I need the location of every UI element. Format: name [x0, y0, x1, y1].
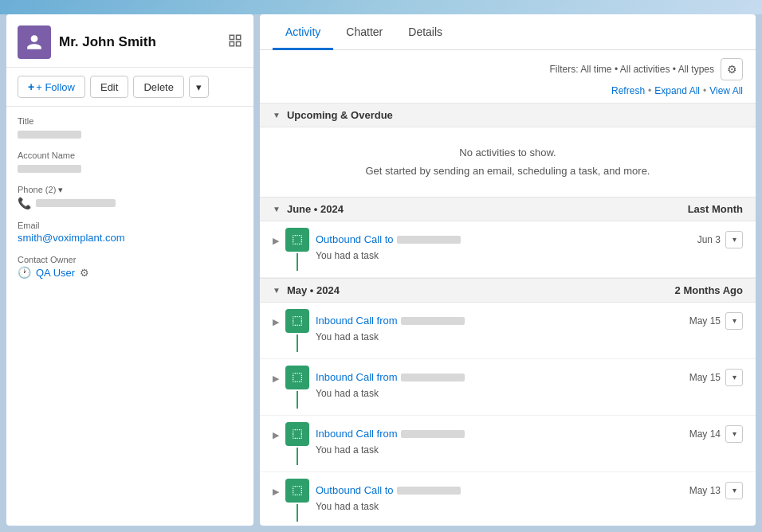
- account-name-label: Account Name: [18, 151, 242, 160]
- edit-button[interactable]: Edit: [90, 76, 128, 98]
- activity-title-may-4[interactable]: Outbound Call to: [316, 484, 461, 496]
- title-label: Title: [18, 116, 242, 126]
- email-value[interactable]: smith@voximplant.com: [18, 232, 125, 244]
- activity-icon: [285, 228, 309, 252]
- owner-settings-icon[interactable]: ⚙: [80, 267, 89, 279]
- filters-gear-button[interactable]: ⚙: [721, 58, 743, 80]
- activity-date-may-4: May 13: [689, 485, 721, 496]
- activity-dropdown-may-3[interactable]: ▾: [725, 425, 743, 443]
- owner-row: 🕐 QA User ⚙: [18, 266, 242, 279]
- activity-icon-wrap-may1: [285, 309, 309, 352]
- activity-date-may-2: May 15: [689, 372, 721, 383]
- title-value-redacted: [18, 131, 81, 139]
- section-june: ▼ June • 2024 Last Month: [260, 197, 756, 221]
- email-field: Email smith@voximplant.com: [18, 221, 242, 244]
- left-panel: Mr. John Smith + + Follow Edit Delete ▾ …: [6, 14, 253, 526]
- no-activities-hint: Get started by sending an email, schedul…: [273, 162, 743, 180]
- owner-icon: 🕐: [18, 266, 31, 279]
- activity-date-may-1: May 15: [689, 315, 721, 327]
- phone-label: Phone (2) ▾: [18, 185, 242, 195]
- view-all-link[interactable]: View All: [709, 85, 743, 96]
- refresh-link[interactable]: Refresh: [611, 85, 645, 96]
- activity-icon-wrap: [285, 228, 309, 271]
- activity-name-redacted: [397, 236, 461, 244]
- owner-name[interactable]: QA User: [36, 267, 75, 279]
- activity-subtitle-may-1: You had a task: [316, 331, 743, 342]
- phone-icon: 📞: [18, 197, 31, 209]
- svg-rect-0: [230, 35, 234, 39]
- owner-label: Contact Owner: [18, 255, 242, 264]
- activity-title-may-3[interactable]: Inbound Call from: [316, 428, 465, 440]
- activity-row: ▶ Inbound Call from: [273, 309, 743, 352]
- activity-dropdown-may-1[interactable]: ▾: [725, 312, 743, 330]
- activity-subtitle-may-4: You had a task: [316, 501, 743, 512]
- contact-avatar: [18, 25, 51, 59]
- activity-dropdown-june-1[interactable]: ▾: [725, 231, 743, 248]
- tab-activity[interactable]: Activity: [273, 14, 333, 50]
- upcoming-chevron-icon[interactable]: ▼: [273, 111, 281, 119]
- top-banner: [0, 0, 762, 14]
- activity-title-june-1[interactable]: Outbound Call to: [316, 233, 461, 245]
- activity-area: Filters: All time • All activities • All…: [260, 50, 756, 526]
- tab-details[interactable]: Details: [395, 14, 455, 50]
- activity-icon-may2: [285, 366, 309, 389]
- activity-content-may1: Inbound Call from May 15 ▾ You had a tas…: [316, 309, 743, 342]
- activity-icon-may1: [285, 309, 309, 333]
- expand-all-link[interactable]: Expand All: [654, 85, 700, 96]
- expand-arrow[interactable]: ▶: [273, 236, 279, 246]
- june-chevron-icon[interactable]: ▼: [273, 205, 281, 213]
- activity-item-may-2: ▶ Inbound Call from: [260, 359, 756, 416]
- activity-title-may-1[interactable]: Inbound Call from: [316, 315, 465, 327]
- owner-field: Contact Owner 🕐 QA User ⚙: [18, 255, 242, 279]
- phone-value-redacted: [36, 199, 116, 207]
- contact-fields: Title Account Name Phone (2) ▾ 📞 Email: [6, 107, 253, 288]
- contact-actions: + + Follow Edit Delete ▾: [6, 68, 253, 107]
- may-title: May • 2024: [287, 284, 669, 296]
- activity-content: Outbound Call to Jun 3 ▾ You had a task: [316, 228, 743, 261]
- main-layout: Mr. John Smith + + Follow Edit Delete ▾ …: [0, 14, 762, 532]
- activity-icon-may4: [285, 479, 309, 503]
- activity-icon-may3: [285, 422, 309, 446]
- no-activities-block: No activities to show. Get started by se…: [260, 127, 756, 197]
- activity-line: [297, 253, 298, 271]
- activity-subtitle-may-3: You had a task: [316, 444, 743, 456]
- account-name-field: Account Name: [18, 151, 242, 174]
- more-actions-button[interactable]: ▾: [189, 76, 209, 98]
- activity-row: ▶ Outbound Call to: [273, 228, 743, 271]
- tabs-bar: Activity Chatter Details: [260, 14, 756, 50]
- svg-rect-1: [237, 35, 241, 39]
- right-panel: Activity Chatter Details Filters: All ti…: [260, 14, 756, 526]
- activity-line-may1: [297, 334, 298, 352]
- filters-row: Filters: All time • All activities • All…: [260, 50, 756, 84]
- title-field: Title: [18, 116, 242, 139]
- account-name-value-redacted: [18, 165, 81, 173]
- expand-arrow-may3[interactable]: ▶: [273, 430, 279, 440]
- may-chevron-icon[interactable]: ▼: [273, 286, 281, 295]
- phone-field: Phone (2) ▾ 📞: [18, 185, 242, 209]
- follow-button[interactable]: + + Follow: [18, 76, 85, 98]
- activity-subtitle-june-1: You had a task: [316, 250, 743, 261]
- contact-name-block: Mr. John Smith: [59, 34, 220, 50]
- activity-title-may-2[interactable]: Inbound Call from: [316, 371, 465, 383]
- section-may: ▼ May • 2024 2 Months Ago: [260, 278, 756, 303]
- phone-row: 📞: [18, 197, 242, 209]
- activity-date-june-1: Jun 3: [697, 234, 721, 245]
- activity-dropdown-may-4[interactable]: ▾: [725, 482, 743, 499]
- contact-header-icon[interactable]: [228, 33, 242, 51]
- delete-button[interactable]: Delete: [133, 76, 184, 98]
- section-upcoming: ▼ Upcoming & Overdue: [260, 103, 756, 127]
- actions-row: Refresh • Expand All • View All: [260, 84, 756, 103]
- contact-name: Mr. John Smith: [59, 34, 220, 50]
- activity-date-may-3: May 14: [689, 428, 721, 440]
- tab-chatter[interactable]: Chatter: [333, 14, 395, 50]
- activity-item-may-1: ▶ Inbound Call from: [260, 303, 756, 359]
- activity-subtitle-may-2: You had a task: [316, 388, 743, 399]
- svg-rect-3: [237, 42, 241, 46]
- expand-arrow-may1[interactable]: ▶: [273, 317, 279, 327]
- activity-dropdown-may-2[interactable]: ▾: [725, 369, 743, 386]
- expand-arrow-may2[interactable]: ▶: [273, 374, 279, 384]
- expand-arrow-may4[interactable]: ▶: [273, 487, 279, 497]
- phone-dropdown-icon[interactable]: ▾: [58, 185, 63, 194]
- svg-rect-2: [230, 42, 234, 46]
- june-label: Last Month: [688, 203, 743, 215]
